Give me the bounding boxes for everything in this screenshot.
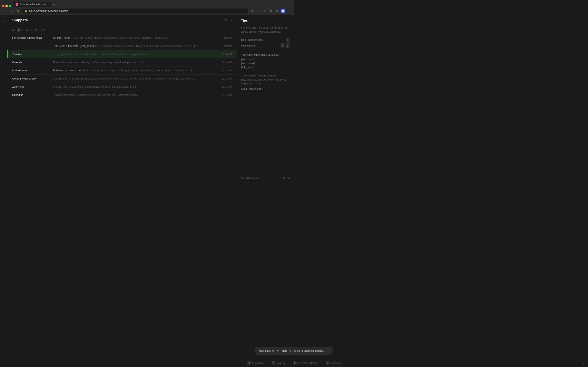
tips-panel: Tips Instantly insert phrases, paragraph…: [237, 15, 294, 184]
address-text: mail.superhuman.com/label/snippets: [29, 9, 68, 12]
tips-kbd-semicolon2: ;: [286, 43, 290, 48]
sidebar-toggle-icon[interactable]: ▥: [274, 8, 279, 13]
snippet-row[interactable]: -This is not a template, {first_name}Hey…: [7, 42, 237, 50]
hint-suffix: to create a Snippet!: [22, 29, 45, 32]
snippet-time: 3:19 PM: [220, 45, 232, 48]
hint-key: C: [17, 28, 21, 32]
refresh-button[interactable]: ↻: [16, 8, 20, 13]
snippet-name: Company description: [12, 77, 53, 80]
snippet-preview-bold: Following up on our call: [53, 69, 81, 72]
snippet-preview-text: Thanks {first_name}! Adding Matti on CC …: [53, 93, 139, 96]
tips-action-inline: Use Snippet Inline ;: [241, 38, 290, 42]
tips-action-inline-label: Use Snippet Inline: [241, 38, 263, 42]
cast-icon[interactable]: ⊕: [250, 8, 255, 13]
snippet-name: Call follow-up: [12, 69, 53, 72]
menu-icon[interactable]: ⋯: [287, 8, 292, 13]
tips-kbd-semicolon: ;: [286, 38, 290, 42]
snippet-preview-text: Hi {first_name}, Thanks for the note! I'…: [53, 53, 153, 56]
edit-icon[interactable]: ✎: [225, 18, 227, 22]
snippet-preview: This is not a template, {first_name}Hey …: [53, 44, 220, 48]
tips-action-inline-keys: ;: [286, 38, 290, 42]
share-icon[interactable]: ↑: [256, 8, 261, 13]
tips-action-use: Use Snippet ⌘ ;: [241, 43, 290, 48]
tips-description: Instantly insert phrases, paragraphs, or…: [241, 26, 290, 34]
snippet-name: Decline: [13, 53, 53, 56]
search-icon[interactable]: ⌕: [230, 18, 232, 22]
snippet-preview: Hi, {first_name}Hey {first_name}, This i…: [53, 36, 220, 39]
snippet-row[interactable]: DeclineHi {first_name}, Thanks for the n…: [7, 50, 237, 58]
bookmark-icon[interactable]: ☆: [262, 8, 267, 13]
snippet-name: Zoom link: [12, 85, 53, 88]
snippet-preview: Superhuman is the fastest email experien…: [53, 77, 220, 80]
tab-bar: Snippets • Superhuman × +: [0, 0, 294, 7]
tips-variables-title: You can include these variables:: [241, 53, 290, 56]
header-actions: ✎ ⌕: [225, 18, 232, 22]
snippet-preview-text: Superhuman is the fastest email experien…: [53, 77, 196, 80]
snippet-preview-text: Hey {first_name}, This is not a snippet.…: [72, 36, 169, 39]
maximize-button[interactable]: [9, 5, 11, 7]
tips-var-last-name: {last_name}: [241, 62, 290, 65]
address-bar[interactable]: 🔒 mail.superhuman.com/label/snippets: [22, 8, 248, 13]
tab-close-btn[interactable]: ×: [47, 3, 49, 6]
snippet-preview-text: Please find time here: calendly.com/exam…: [53, 61, 144, 64]
help-icon[interactable]: ?: [280, 176, 282, 179]
snippet-name: Schedule: [12, 93, 53, 96]
lock-icon: 🔒: [25, 10, 27, 12]
settings-icon[interactable]: ⚙: [287, 176, 290, 179]
sidebar: ☰: [0, 15, 7, 184]
page-title: Snippets: [12, 18, 28, 22]
menu-icon[interactable]: ☰: [1, 18, 7, 24]
grid-icon[interactable]: ⊞: [283, 176, 286, 179]
snippet-name: -: [12, 44, 53, 48]
snippet-row[interactable]: Call follow-upFollowing up on our callHi…: [7, 67, 237, 75]
hint-prefix: Hit: [12, 29, 16, 32]
snippet-preview: Hi {first_name}, Thanks for the note! I'…: [53, 53, 220, 56]
snippet-preview-bold: Hi, {first_name}: [53, 36, 71, 39]
snippet-preview: We can use my Zoom link: zoom.us/1234567…: [53, 85, 220, 88]
app: ☰ Snippets ✎ ⌕ Hit C to create a Snippet…: [0, 15, 294, 184]
tips-action-use-keys: ⌘ ;: [281, 43, 290, 48]
snippet-name: Calendly: [12, 61, 53, 64]
snippet-time: 11:14 AM: [220, 85, 232, 88]
tips-footer: SUPERHUMAN ? ⊞ ⚙: [241, 176, 290, 179]
snippet-row[interactable]: For sending a hello emailHi, {first_name…: [7, 34, 237, 42]
tips-custom-text: You can even include custom placeholders…: [241, 74, 286, 85]
minimize-button[interactable]: [5, 5, 8, 7]
snippet-time: 11:14 AM: [220, 61, 232, 64]
nav-actions: ⊕ ↑ ☆ ⧉ ▥ S ⋯: [250, 8, 292, 13]
tips-custom-var: {your_placeholder}: [241, 87, 290, 90]
tips-action-use-label: Use Snippet: [241, 44, 256, 47]
snippet-row[interactable]: CalendlyPlease find time here: calendly.…: [7, 58, 237, 67]
snippet-row[interactable]: ScheduleThanks {first_name}! Adding Matt…: [7, 91, 237, 99]
content-header: Snippets ✎ ⌕: [7, 15, 237, 26]
snippet-time: 11:14 AM: [220, 69, 232, 72]
brand-name: SUPERHUMAN: [241, 176, 259, 179]
tab-favicon: [16, 3, 18, 6]
browser-chrome: Snippets • Superhuman × + ‹ › ↻ 🔒 mail.s…: [0, 0, 294, 15]
hint-bar: Hit C to create a Snippet!: [7, 26, 237, 34]
snippet-preview-text: We can use my Zoom link: zoom.us/1234567…: [53, 85, 137, 88]
new-tab-button[interactable]: +: [51, 2, 57, 7]
snippet-time: 3:19 PM: [220, 36, 232, 39]
active-tab[interactable]: Snippets • Superhuman ×: [13, 2, 51, 7]
snippet-time: 11:14 AM: [220, 77, 232, 80]
close-button[interactable]: [2, 5, 4, 7]
back-button[interactable]: ‹: [2, 8, 7, 13]
traffic-lights: [2, 5, 13, 7]
snippet-preview-bold: This is not a template, {first_name}: [53, 44, 94, 48]
tips-footer-icons: ? ⊞ ⚙: [280, 176, 290, 179]
forward-button[interactable]: ›: [9, 8, 14, 13]
snippet-preview: Please find time here: calendly.com/exam…: [53, 61, 220, 64]
nav-bar: ‹ › ↻ 🔒 mail.superhuman.com/label/snippe…: [0, 7, 294, 15]
snippet-row[interactable]: Company descriptionSuperhuman is the fas…: [7, 75, 237, 83]
extensions-icon[interactable]: ⧉: [268, 8, 273, 13]
snippet-preview: Following up on our callHi {first_name},…: [53, 69, 220, 72]
snippet-time: 11:14 AM: [220, 53, 232, 56]
snippets-list: For sending a hello emailHi, {first_name…: [7, 34, 237, 184]
main-content: Snippets ✎ ⌕ Hit C to create a Snippet! …: [7, 15, 237, 184]
snippet-name: For sending a hello email: [12, 36, 53, 39]
snippet-row[interactable]: Zoom linkWe can use my Zoom link: zoom.u…: [7, 83, 237, 91]
avatar[interactable]: S: [281, 8, 285, 13]
snippet-preview-text: Hey {first_name}, how do you do? This is…: [95, 44, 200, 48]
tips-title: Tips: [241, 19, 290, 22]
